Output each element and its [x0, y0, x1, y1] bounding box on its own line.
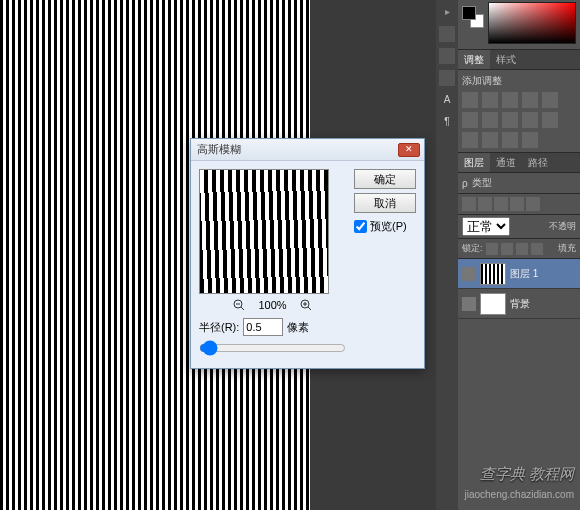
adjust-icon[interactable] [542, 92, 558, 108]
filter-icon[interactable] [510, 197, 524, 211]
layer-list: 图层 1背景 [458, 259, 580, 319]
adjust-icon[interactable] [482, 132, 498, 148]
text-tool-icon[interactable]: A [439, 92, 455, 108]
radius-unit: 像素 [287, 320, 309, 335]
adjust-icon[interactable] [482, 112, 498, 128]
arrow-right-icon[interactable]: ▸ [439, 4, 455, 20]
close-icon[interactable]: ✕ [398, 143, 420, 157]
layer-name[interactable]: 图层 1 [510, 267, 538, 281]
filter-icon[interactable] [526, 197, 540, 211]
zoom-percent: 100% [258, 299, 286, 311]
adjust-icon[interactable] [522, 112, 538, 128]
layer-name[interactable]: 背景 [510, 297, 530, 311]
adjust-tabs: 调整 样式 [458, 50, 580, 70]
tool-icon[interactable] [439, 48, 455, 64]
visibility-icon[interactable] [462, 267, 476, 281]
fill-label: 填充 [558, 242, 576, 255]
tool-column: ▸ A ¶ [436, 0, 458, 510]
radius-input[interactable] [243, 318, 283, 336]
visibility-icon[interactable] [462, 297, 476, 311]
adjust-icon[interactable] [502, 92, 518, 108]
layer-item[interactable]: 背景 [458, 289, 580, 319]
tab-paths[interactable]: 路径 [522, 153, 554, 172]
tab-adjust[interactable]: 调整 [458, 50, 490, 69]
gaussian-blur-dialog: 高斯模糊 ✕ 100% 半径(R): 像素 确定 取消 预览(P) [190, 138, 425, 369]
opacity-label: 不透明 [549, 220, 576, 233]
adjust-icon[interactable] [522, 92, 538, 108]
dialog-title: 高斯模糊 [195, 142, 398, 157]
zoom-in-icon[interactable] [299, 298, 313, 312]
color-panel [458, 0, 580, 50]
lock-label: 锁定: [462, 242, 483, 255]
tab-channels[interactable]: 通道 [490, 153, 522, 172]
kind-text: 类型 [472, 176, 492, 190]
cancel-button[interactable]: 取消 [354, 193, 416, 213]
lock-icon[interactable] [531, 243, 543, 255]
adjust-icon[interactable] [502, 132, 518, 148]
layers-tabs: 图层 通道 路径 [458, 153, 580, 173]
adjust-icon[interactable] [522, 132, 538, 148]
watermark-main: 查字典 教程网 [480, 465, 574, 484]
color-swatch-pair[interactable] [462, 6, 484, 28]
adjust-icon[interactable] [502, 112, 518, 128]
adjust-icon[interactable] [482, 92, 498, 108]
layers-panel: ρ 类型 正常 不透明 锁定: 填充 图层 1背景 [458, 173, 580, 319]
fg-swatch[interactable] [462, 6, 476, 20]
preview-checkbox[interactable] [354, 220, 367, 233]
dialog-titlebar[interactable]: 高斯模糊 ✕ [191, 139, 424, 161]
lock-icon[interactable] [516, 243, 528, 255]
radius-slider[interactable] [199, 340, 346, 356]
preview-checkbox-row[interactable]: 预览(P) [354, 219, 416, 234]
lock-icon[interactable] [501, 243, 513, 255]
layer-thumb [480, 263, 506, 285]
adjustments-panel: 添加调整 [458, 70, 580, 153]
adjust-icon[interactable] [462, 112, 478, 128]
add-adjust-label: 添加调整 [462, 74, 576, 88]
svg-line-1 [241, 307, 244, 310]
kind-label: ρ [462, 178, 468, 189]
svg-line-4 [308, 307, 311, 310]
blend-mode-select[interactable]: 正常 [462, 217, 510, 236]
filter-preview[interactable] [199, 169, 329, 294]
right-panels: ▸ A ¶ 调整 样式 添加调整 图层 通道 路径 ρ [458, 0, 580, 510]
filter-icon[interactable] [462, 197, 476, 211]
tool-icon[interactable] [439, 70, 455, 86]
layer-item[interactable]: 图层 1 [458, 259, 580, 289]
filter-icon[interactable] [478, 197, 492, 211]
adjust-icon[interactable] [462, 92, 478, 108]
adjust-icon[interactable] [462, 132, 478, 148]
lock-icon[interactable] [486, 243, 498, 255]
color-ramp[interactable] [488, 2, 576, 44]
tool-icon[interactable] [439, 26, 455, 42]
zoom-out-icon[interactable] [232, 298, 246, 312]
filter-icon[interactable] [494, 197, 508, 211]
paragraph-tool-icon[interactable]: ¶ [439, 114, 455, 130]
tab-layers[interactable]: 图层 [458, 153, 490, 172]
radius-label: 半径(R): [199, 320, 239, 335]
adjust-icon[interactable] [542, 112, 558, 128]
tab-style[interactable]: 样式 [490, 50, 522, 69]
layer-thumb [480, 293, 506, 315]
preview-label: 预览(P) [370, 219, 407, 234]
watermark-sub: jiaocheng.chazidian.com [464, 489, 574, 500]
ok-button[interactable]: 确定 [354, 169, 416, 189]
